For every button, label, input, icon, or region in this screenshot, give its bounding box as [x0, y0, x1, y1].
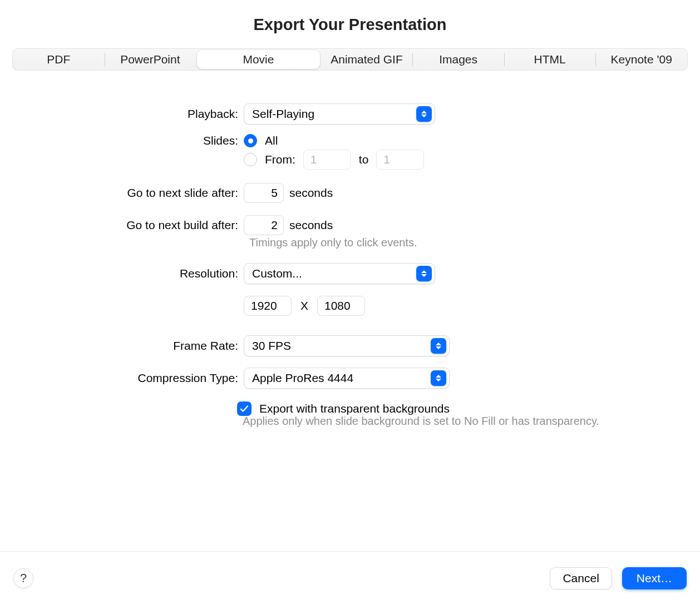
- frame-rate-popup[interactable]: 30 FPS: [244, 335, 450, 356]
- dialog-body: Playback: Self-Playing Slides: All: [0, 71, 700, 551]
- tab-animated-gif[interactable]: Animated GIF: [321, 49, 413, 70]
- slides-to-label: to: [359, 153, 369, 166]
- seconds-unit-1: seconds: [289, 186, 333, 200]
- format-tabs: PDF PowerPoint Movie Animated GIF Images…: [12, 48, 688, 71]
- updown-icon: [416, 266, 432, 281]
- help-icon: ?: [20, 571, 27, 586]
- slides-all-radio[interactable]: [244, 134, 257, 147]
- compression-popup[interactable]: Apple ProRes 4444: [244, 368, 450, 389]
- next-build-seconds-field[interactable]: 2: [244, 215, 284, 235]
- resolution-label: Resolution:: [0, 267, 244, 280]
- slides-from-radio[interactable]: [244, 153, 257, 166]
- frame-rate-label: Frame Rate:: [0, 339, 244, 353]
- tab-images[interactable]: Images: [412, 49, 504, 70]
- tab-powerpoint[interactable]: PowerPoint: [105, 49, 196, 70]
- transparent-label: Export with transparent backgrounds: [259, 402, 450, 415]
- compression-label: Compression Type:: [0, 371, 244, 385]
- resolution-height-field[interactable]: 1080: [317, 296, 365, 316]
- tab-pdf[interactable]: PDF: [13, 49, 105, 70]
- next-slide-seconds-field[interactable]: 5: [244, 183, 284, 203]
- updown-icon: [416, 106, 432, 122]
- resolution-popup[interactable]: Custom...: [244, 263, 435, 284]
- frame-rate-value: 30 FPS: [252, 339, 291, 353]
- slides-from-label: From:: [265, 153, 295, 166]
- tab-keynote09[interactable]: Keynote '09: [595, 49, 687, 70]
- timings-hint: Timings apply only to click events.: [249, 236, 700, 249]
- cancel-button[interactable]: Cancel: [550, 567, 612, 589]
- check-icon: [239, 404, 249, 414]
- resolution-width-field[interactable]: 1920: [244, 296, 292, 316]
- slides-label: Slides:: [0, 134, 244, 147]
- resolution-value: Custom...: [252, 267, 302, 280]
- next-build-label: Go to next build after:: [0, 219, 244, 232]
- playback-value: Self-Playing: [252, 107, 314, 121]
- slides-from-field[interactable]: 1: [303, 150, 351, 170]
- next-button[interactable]: Next…: [622, 567, 687, 589]
- updown-icon: [431, 338, 446, 354]
- dialog-footer: ? Cancel Next…: [0, 552, 700, 605]
- slides-to-field[interactable]: 1: [376, 150, 424, 170]
- tab-html[interactable]: HTML: [504, 49, 596, 70]
- transparent-checkbox[interactable]: [237, 401, 252, 416]
- compression-value: Apple ProRes 4444: [252, 371, 353, 385]
- dialog-title: Export Your Presentation: [0, 16, 700, 34]
- next-slide-label: Go to next slide after:: [0, 186, 244, 200]
- playback-popup[interactable]: Self-Playing: [244, 103, 435, 125]
- seconds-unit-2: seconds: [289, 219, 333, 232]
- slides-all-label: All: [265, 134, 278, 147]
- resolution-x-separator: X: [300, 299, 308, 313]
- tab-movie[interactable]: Movie: [197, 50, 320, 69]
- help-button[interactable]: ?: [13, 568, 33, 588]
- transparent-hint: Applies only when slide background is se…: [243, 415, 700, 428]
- updown-icon: [431, 370, 446, 386]
- export-dialog: Export Your Presentation PDF PowerPoint …: [0, 0, 700, 605]
- playback-label: Playback:: [0, 107, 244, 121]
